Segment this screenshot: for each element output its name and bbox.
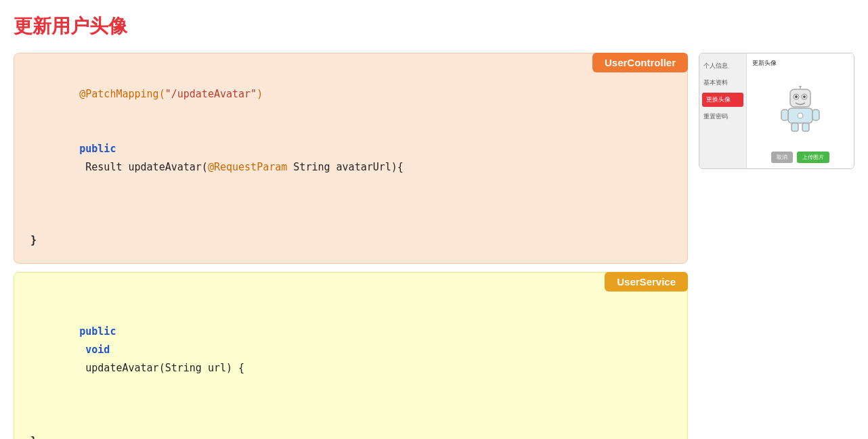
service-blank-3 <box>30 414 671 432</box>
menu-item-3[interactable]: 更换头像 <box>702 93 743 107</box>
svg-point-4 <box>803 95 806 98</box>
svg-point-3 <box>795 95 798 98</box>
kw-public2: public <box>79 325 116 338</box>
controller-blank-1 <box>30 195 671 213</box>
main-content: UserController @PatchMapping("/updateAva… <box>14 53 854 439</box>
method-text: updateAvatar(String url) { <box>79 362 244 374</box>
string-path: "/updateAvatar" <box>165 88 257 100</box>
result-type: Result updateAvatar( <box>79 161 208 173</box>
preview-main: 更新头像 <box>747 53 854 168</box>
controller-brace: } <box>30 231 671 250</box>
menu-item-2[interactable]: 基本资料 <box>699 76 746 90</box>
svg-rect-9 <box>812 110 819 120</box>
sidebar-preview: 个人信息 基本资料 更换头像 重置密码 更新头像 <box>699 53 854 169</box>
kw-void: void <box>79 344 110 356</box>
robot-avatar <box>780 86 821 133</box>
service-brace: } <box>30 432 671 439</box>
svg-rect-8 <box>781 110 788 120</box>
service-blank-1 <box>30 286 671 304</box>
menu-item-4[interactable]: 重置密码 <box>699 110 746 124</box>
annotation-patch: @PatchMapping( <box>79 88 165 100</box>
svg-point-6 <box>799 86 802 87</box>
param-text: String avatarUrl){ <box>287 161 404 173</box>
annotation-close: ) <box>257 88 263 100</box>
preview-inner: 个人信息 基本资料 更换头像 重置密码 更新头像 <box>699 53 854 168</box>
confirm-button[interactable]: 上传图片 <box>797 152 829 163</box>
controller-line-1: @PatchMapping("/updateAvatar") <box>30 67 671 122</box>
sidebar-menu: 个人信息 基本资料 更换头像 重置密码 <box>699 53 747 168</box>
controller-line-2: public Result updateAvatar(@RequestParam… <box>30 122 671 195</box>
preview-buttons: 取消 上传图片 <box>771 152 829 163</box>
controller-blank-2 <box>30 213 671 231</box>
code-panels: UserController @PatchMapping("/updateAva… <box>14 53 688 439</box>
cancel-button[interactable]: 取消 <box>771 152 793 163</box>
svg-rect-10 <box>791 123 798 131</box>
svg-point-12 <box>798 113 803 118</box>
controller-badge: UserController <box>592 53 688 72</box>
svg-rect-11 <box>802 123 809 131</box>
menu-item-1[interactable]: 个人信息 <box>699 59 746 73</box>
req-param: @RequestParam <box>208 161 287 173</box>
service-panel: UserService public void updateAvatar(Str… <box>14 272 688 439</box>
service-badge: UserService <box>605 272 688 292</box>
page-title: 更新用户头像 <box>14 14 854 39</box>
preview-title: 更新头像 <box>752 59 777 68</box>
service-line-1: public void updateAvatar(String url) { <box>30 304 671 396</box>
service-blank-2 <box>30 396 671 414</box>
controller-panel: UserController @PatchMapping("/updateAva… <box>14 53 688 264</box>
kw-public: public <box>79 143 116 155</box>
